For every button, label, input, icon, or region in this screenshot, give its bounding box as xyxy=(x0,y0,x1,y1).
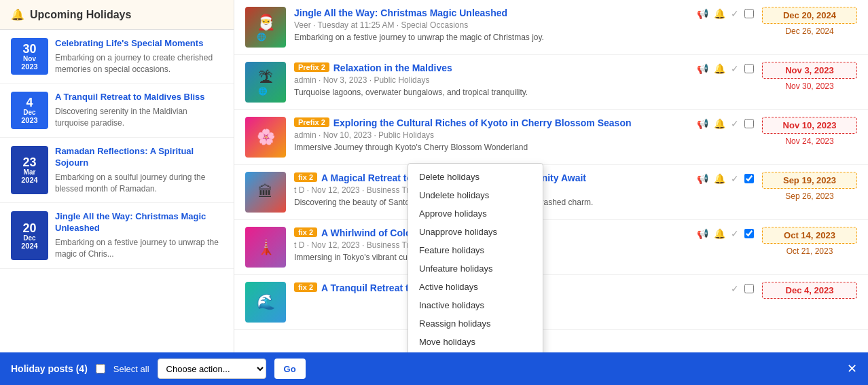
post-dates-1: Nov 3, 2023 Nov 30, 2023 xyxy=(762,62,857,91)
sidebar-date-1: 4 Dec 2023 xyxy=(11,92,48,128)
sidebar-item-2[interactable]: 23 Mar 2024 Ramadan Reflections: A Spiri… xyxy=(0,138,234,203)
context-menu-inactive[interactable]: Inactive holidays xyxy=(408,296,543,314)
post-thumb-5: 🌊 xyxy=(245,282,286,323)
bottom-bar: Holiday posts (4) Select all Choose acti… xyxy=(0,352,868,385)
post-checkbox-1[interactable] xyxy=(744,64,754,73)
check-icon-5[interactable]: ✓ xyxy=(731,283,739,294)
post-checkbox-5[interactable] xyxy=(744,284,754,293)
sidebar-title: Upcoming Holidays xyxy=(30,9,131,21)
bell-icon-4[interactable]: 🔔 xyxy=(714,228,725,239)
select-all-label[interactable]: Select all xyxy=(113,364,149,374)
post-checkbox-4[interactable] xyxy=(744,229,754,238)
app-container: 🔔 Upcoming Holidays 30 Nov 2023 Celebrat… xyxy=(0,0,868,385)
sidebar-header: 🔔 Upcoming Holidays xyxy=(0,0,234,30)
bottom-bar-title: Holiday posts (4) xyxy=(11,363,88,374)
post-dates-0: Dec 20, 2024 Dec 26, 2024 xyxy=(762,7,857,36)
post-thumb-2: 🌸 xyxy=(245,117,286,158)
sidebar: 🔔 Upcoming Holidays 30 Nov 2023 Celebrat… xyxy=(0,0,234,352)
sidebar-date-3: 20 Dec 2024 xyxy=(11,211,48,259)
content-area: 🎅 🌐 Jingle All the Way: Christmas Magic … xyxy=(234,0,868,352)
post-row-5: 🌊 fix 2 A Tranquil Retreat to Maldives B… xyxy=(234,275,868,330)
context-menu-active[interactable]: Active holidays xyxy=(408,278,543,296)
context-menu-reassign[interactable]: Reassign holidays xyxy=(408,314,543,333)
prefix-badge-5: fix 2 xyxy=(294,282,317,292)
sidebar-item-1[interactable]: 4 Dec 2023 A Tranquil Retreat to Maldive… xyxy=(0,84,234,137)
context-menu: Delete holidays Undelete holidays Approv… xyxy=(408,163,543,352)
post-row-2: 🌸 Prefix 2 Exploring the Cultural Riches… xyxy=(234,110,868,165)
prefix-badge-2: Prefix 2 xyxy=(294,117,329,127)
post-dates-4: Oct 14, 2023 Oct 21, 2023 xyxy=(762,227,857,256)
megaphone-icon-3[interactable]: 📢 xyxy=(697,173,708,184)
check-icon-1[interactable]: ✓ xyxy=(731,63,739,74)
go-button[interactable]: Go xyxy=(274,359,306,379)
sidebar-date-2: 23 Mar 2024 xyxy=(11,146,48,194)
post-row-1: 🏝 🌐 Prefix 2 Relaxation in the Maldives … xyxy=(234,55,868,110)
context-menu-delete[interactable]: Delete holidays xyxy=(408,168,543,186)
bell-icon-0[interactable]: 🔔 xyxy=(714,8,725,19)
post-thumb-3: 🏛 xyxy=(245,172,286,213)
post-checkbox-2[interactable] xyxy=(744,119,754,128)
bell-icon-2[interactable]: 🔔 xyxy=(714,118,725,129)
context-menu-apply-prefix[interactable]: Apply prefix xyxy=(408,351,543,352)
post-thumb-1: 🏝 🌐 xyxy=(245,62,286,103)
post-row-4: 🗼 fix 2 A Whirlwind of Colors in Tokyo t… xyxy=(234,220,868,275)
prefix-badge-3: fix 2 xyxy=(294,172,317,182)
context-menu-feature[interactable]: Feature holidays xyxy=(408,241,543,259)
bell-icon-1[interactable]: 🔔 xyxy=(714,63,725,74)
select-all-checkbox[interactable] xyxy=(96,364,105,373)
choose-action-select[interactable]: Choose action... xyxy=(158,359,266,379)
prefix-badge-1: Prefix 2 xyxy=(294,62,329,72)
post-row-3: 🏛 fix 2 A Magical Retreat to Santorini: … xyxy=(234,165,868,220)
check-icon-3[interactable]: ✓ xyxy=(731,173,739,184)
check-icon-2[interactable]: ✓ xyxy=(731,118,739,129)
context-menu-unapprove[interactable]: Unapprove holidays xyxy=(408,223,543,241)
post-thumb-0: 🎅 🌐 xyxy=(245,7,286,48)
post-thumb-4: 🗼 xyxy=(245,227,286,268)
context-menu-undelete[interactable]: Undelete holidays xyxy=(408,186,543,204)
sidebar-date-0: 30 Nov 2023 xyxy=(11,38,48,75)
bell-icon-3[interactable]: 🔔 xyxy=(714,173,725,184)
sidebar-item-0[interactable]: 30 Nov 2023 Celebrating Life's Special M… xyxy=(0,30,234,84)
post-checkbox-0[interactable] xyxy=(744,9,754,18)
megaphone-icon-1[interactable]: 📢 xyxy=(697,63,708,74)
megaphone-icon-2[interactable]: 📢 xyxy=(697,118,708,129)
check-icon-0[interactable]: ✓ xyxy=(731,8,739,19)
close-button[interactable]: ✕ xyxy=(847,361,857,376)
check-icon-4[interactable]: ✓ xyxy=(731,228,739,239)
context-menu-approve[interactable]: Approve holidays xyxy=(408,204,543,223)
post-dates-3: Sep 19, 2023 Sep 26, 2023 xyxy=(762,172,857,201)
post-dates-5: Dec 4, 2023 xyxy=(762,282,857,301)
main-area: 🔔 Upcoming Holidays 30 Nov 2023 Celebrat… xyxy=(0,0,868,352)
post-row-0: 🎅 🌐 Jingle All the Way: Christmas Magic … xyxy=(234,0,868,55)
megaphone-icon-4[interactable]: 📢 xyxy=(697,228,708,239)
sidebar-item-3[interactable]: 20 Dec 2024 Jingle All the Way: Christma… xyxy=(0,203,234,268)
context-menu-move[interactable]: Move holidays xyxy=(408,333,543,351)
megaphone-icon-0[interactable]: 📢 xyxy=(697,8,708,19)
prefix-badge-4: fix 2 xyxy=(294,227,317,237)
bell-icon: 🔔 xyxy=(11,8,24,21)
post-dates-2: Nov 10, 2023 Nov 24, 2023 xyxy=(762,117,857,146)
context-menu-unfeature[interactable]: Unfeature holidays xyxy=(408,259,543,278)
post-checkbox-3[interactable] xyxy=(744,174,754,183)
